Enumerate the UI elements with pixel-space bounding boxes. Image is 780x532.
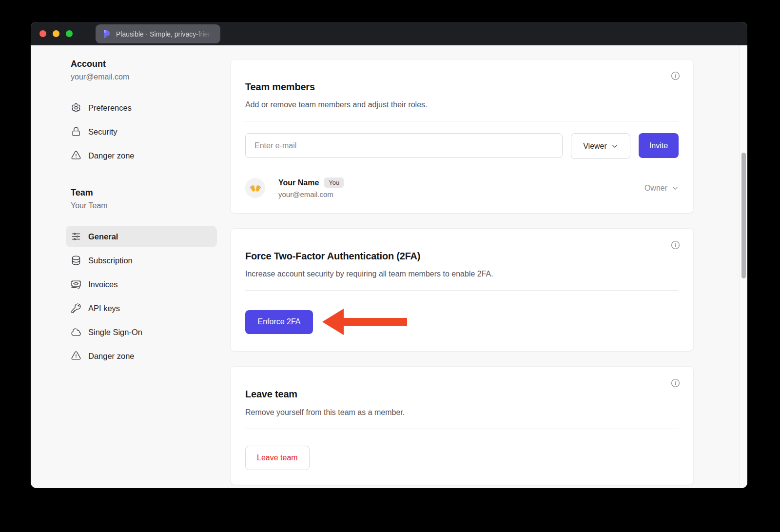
member-role-value: Owner	[644, 184, 667, 193]
role-select[interactable]: Viewer	[571, 133, 630, 159]
desktop: { "window": { "tab_title": "Plausible · …	[0, 0, 780, 532]
red-arrow-annotation-icon	[321, 307, 408, 336]
enforce-row: Enforce 2FA	[245, 307, 679, 336]
card-title: Force Two-Factor Authentication (2FA)	[245, 251, 679, 262]
account-section-heading: Account	[66, 59, 217, 69]
browser-tab[interactable]: Plausible · Simple, privacy-friend	[96, 24, 220, 43]
sidebar-item-label: Subscription	[88, 256, 133, 265]
invite-row: Viewer Invite	[245, 133, 679, 159]
member-name: Your Name	[278, 178, 319, 187]
info-icon[interactable]	[670, 71, 681, 81]
sidebar-item-label: General	[88, 232, 118, 241]
sidebar-item-security[interactable]: Security	[66, 121, 217, 142]
team-section-heading: Team	[66, 188, 217, 198]
sidebar-item-label: API keys	[88, 304, 120, 313]
info-icon[interactable]	[670, 378, 681, 388]
sidebar-item-subscription[interactable]: Subscription	[66, 250, 217, 271]
account-nav: Preferences Security Danger zone	[66, 97, 217, 166]
sidebar-item-label: Preferences	[88, 103, 132, 113]
database-icon	[71, 255, 81, 266]
chevron-down-icon	[611, 143, 618, 150]
chevron-down-icon	[672, 185, 679, 192]
browser-window: Plausible · Simple, privacy-friend Accou…	[31, 22, 747, 488]
force-2fa-card: Force Two-Factor Authentication (2FA) In…	[230, 228, 694, 352]
settings-sidebar: Account your@email.com Preferences Secur…	[66, 59, 217, 488]
sidebar-item-api-keys[interactable]: API keys	[66, 297, 217, 319]
invite-button[interactable]: Invite	[639, 133, 679, 158]
open-hands-emoji-icon	[249, 184, 262, 193]
card-description: Remove yourself from this team as a memb…	[245, 408, 679, 417]
sidebar-item-general[interactable]: General	[66, 226, 217, 247]
member-row: Your Name You your@email.com Owner	[245, 177, 679, 198]
you-badge: You	[324, 177, 344, 188]
leave-team-card: Leave team Remove yourself from this tea…	[230, 366, 694, 485]
card-title: Team members	[245, 81, 679, 93]
member-role-select[interactable]: Owner	[644, 184, 679, 193]
sidebar-item-invoices[interactable]: Invoices	[66, 274, 217, 295]
sidebar-item-danger-zone-team[interactable]: Danger zone	[66, 345, 217, 367]
invite-email-input[interactable]	[245, 133, 563, 158]
team-members-card: Team members Add or remove team members …	[230, 59, 694, 214]
divider	[245, 121, 679, 121]
zoom-window-button[interactable]	[66, 30, 73, 37]
sidebar-item-label: Danger zone	[88, 352, 134, 361]
account-email: your@email.com	[66, 73, 217, 81]
card-description: Add or remove team members and adjust th…	[245, 100, 679, 109]
enforce-2fa-button[interactable]: Enforce 2FA	[245, 310, 313, 334]
warning-triangle-icon	[71, 150, 81, 161]
leave-team-button[interactable]: Leave team	[245, 446, 310, 470]
titlebar: Plausible · Simple, privacy-friend	[31, 22, 747, 45]
sidebar-item-preferences[interactable]: Preferences	[66, 97, 217, 118]
team-section: Team Your Team General Subscription	[66, 188, 217, 367]
sidebar-item-danger-zone-account[interactable]: Danger zone	[66, 145, 217, 166]
lock-icon	[71, 126, 81, 137]
traffic-lights	[39, 30, 73, 37]
scrollbar-track	[739, 45, 747, 488]
role-select-value: Viewer	[583, 142, 607, 151]
tab-title: Plausible · Simple, privacy-friend	[116, 30, 214, 38]
banknote-icon	[71, 279, 81, 290]
sidebar-item-label: Invoices	[88, 280, 118, 289]
info-icon[interactable]	[670, 240, 681, 250]
divider	[245, 429, 679, 429]
key-icon	[71, 303, 81, 314]
team-name: Your Team	[66, 201, 217, 210]
settings-main: Team members Add or remove team members …	[230, 59, 694, 488]
sidebar-item-label: Security	[88, 127, 117, 137]
sidebar-item-label: Single Sign-On	[88, 328, 142, 337]
close-window-button[interactable]	[39, 30, 46, 37]
member-email: your@email.com	[278, 190, 344, 198]
plausible-logo-icon	[101, 29, 111, 39]
sidebar-item-single-sign-on[interactable]: Single Sign-On	[66, 321, 217, 343]
page-content: Account your@email.com Preferences Secur…	[31, 45, 747, 488]
sliders-icon	[71, 231, 81, 242]
card-title: Leave team	[245, 389, 679, 400]
sidebar-item-label: Danger zone	[88, 151, 134, 160]
scrollbar-thumb[interactable]	[741, 153, 746, 278]
minimize-window-button[interactable]	[53, 30, 59, 37]
warning-triangle-icon	[71, 351, 81, 361]
member-identity: Your Name You your@email.com	[278, 177, 344, 198]
divider	[245, 290, 679, 291]
avatar	[245, 178, 265, 198]
gear-icon	[71, 102, 81, 113]
team-nav: General Subscription Invoices	[66, 226, 217, 367]
card-description: Increase account security by requiring a…	[245, 270, 679, 278]
cloud-icon	[71, 327, 81, 337]
